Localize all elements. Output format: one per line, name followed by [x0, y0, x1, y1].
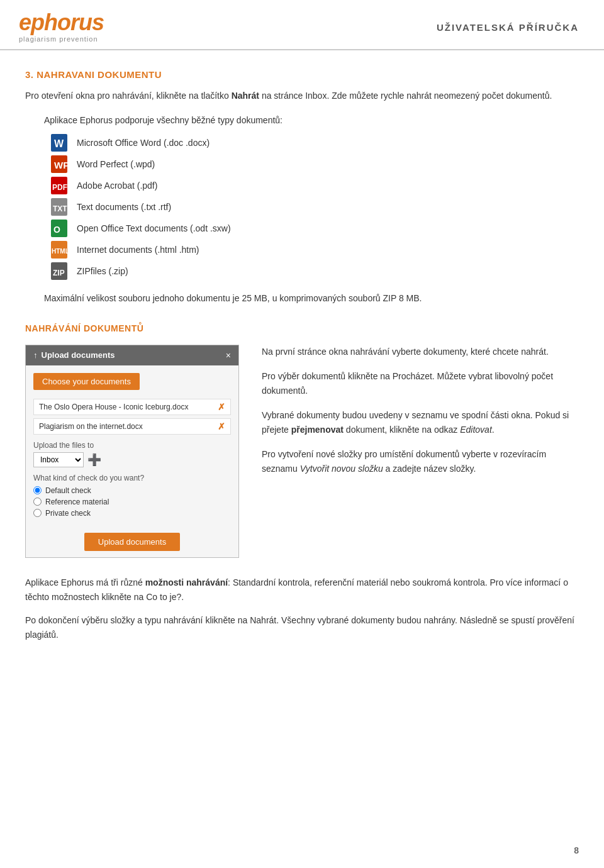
- file-type-zip: ZIP ZIPfiles (.zip): [50, 262, 579, 280]
- radio-private-label: Private check: [45, 509, 91, 518]
- upload-dialog: ↑ Upload documents × Choose your documen…: [25, 345, 239, 558]
- file-name-1: The Oslo Opera House - Iconic Iceburg.do…: [39, 403, 188, 411]
- file-types-section: Aplikace Ephorus podporuje všechny běžné…: [44, 115, 579, 305]
- html-label: Internet documents (.html .htm): [77, 245, 199, 255]
- upload-icon: ↑: [33, 350, 38, 360]
- page-number: 8: [574, 845, 579, 855]
- svg-text:TXT: TXT: [53, 204, 67, 213]
- file-type-word: W Microsoft Office Word (.doc .docx): [50, 134, 579, 152]
- header: ephorus plagiarism prevention UŽIVATELSK…: [0, 0, 604, 50]
- file-name-2: Plagiarism on the internet.docx: [39, 422, 143, 431]
- file-type-pdf: PDF Adobe Acrobat (.pdf): [50, 177, 579, 194]
- add-folder-button[interactable]: ➕: [87, 453, 101, 467]
- upload-to-row: Inbox ➕: [33, 452, 231, 467]
- logo-area: ephorus plagiarism prevention: [19, 11, 104, 43]
- file-type-txt: TXT Text documents (.txt .rtf): [50, 198, 579, 216]
- desc-2: Pro výběr dokumentů klikněte na Procháze…: [262, 369, 579, 398]
- file-remove-1[interactable]: ✗: [218, 402, 225, 412]
- upload-descriptions: Na první stránce okna nahrávání vyberte …: [262, 345, 579, 487]
- radio-private-input[interactable]: [33, 509, 42, 517]
- file-types-label: Aplikace Ephorus podporuje všechny běžné…: [44, 115, 579, 125]
- svg-text:ZIP: ZIP: [53, 269, 65, 277]
- dialog-body: Choose your documents The Oslo Opera Hou…: [26, 365, 238, 528]
- upload-documents-button[interactable]: Upload documents: [84, 533, 180, 551]
- svg-text:W: W: [54, 138, 64, 149]
- bold-upload-options: možnosti nahrávání: [145, 577, 228, 587]
- upload-section-heading: NAHRÁVÁNÍ DOKUMENTŮ: [25, 323, 579, 333]
- desc-3: Vybrané dokumenty budou uvedeny v seznam…: [262, 408, 579, 437]
- dialog-close-button[interactable]: ×: [226, 350, 231, 360]
- radio-reference-label: Reference material: [45, 498, 109, 506]
- file-remove-2[interactable]: ✗: [218, 421, 225, 431]
- html-icon: HTML: [50, 241, 68, 259]
- file-type-odt: O Open Office Text documents (.odt .sxw): [50, 220, 579, 237]
- section-3-heading: 3. NAHRAVANI DOKUMENTU: [25, 69, 579, 80]
- italic-editovat: Editovat: [460, 425, 492, 435]
- wpd-label: Word Perfect (.wpd): [77, 159, 155, 169]
- upload-to-label: Upload the files to: [33, 441, 231, 450]
- logo-brand: ephorus: [19, 9, 104, 35]
- dialog-footer: Upload documents: [26, 528, 238, 557]
- desc-1: Na první stránce okna nahrávání vyberte …: [262, 345, 579, 359]
- word-label: Microsoft Office Word (.doc .docx): [77, 138, 210, 148]
- main-content: 3. NAHRAVANI DOKUMENTU Pro otevření okna…: [0, 50, 604, 670]
- desc-4: Pro vytvoření nové složky pro umístění d…: [262, 447, 579, 476]
- odt-icon: O: [50, 220, 68, 237]
- bottom-para-1: Aplikace Ephorus má tři různé možnosti n…: [25, 576, 579, 604]
- svg-text:HTML: HTML: [52, 248, 67, 255]
- radio-default-input[interactable]: [33, 486, 42, 494]
- pdf-label: Adobe Acrobat (.pdf): [77, 181, 157, 191]
- file-list-item-1: The Oslo Opera House - Iconic Iceburg.do…: [33, 399, 231, 415]
- pdf-icon: PDF: [50, 177, 68, 194]
- file-types-table: W Microsoft Office Word (.doc .docx) WP …: [50, 134, 579, 280]
- zip-label: ZIPfiles (.zip): [77, 266, 128, 276]
- bottom-para-2: Po dokončení výběru složky a typu nahráv…: [25, 613, 579, 642]
- odt-label: Open Office Text documents (.odt .sxw): [77, 223, 231, 233]
- bottom-section: Aplikace Ephorus má tři různé možnosti n…: [25, 576, 579, 642]
- zip-icon: ZIP: [50, 262, 68, 280]
- radio-default-check[interactable]: Default check: [33, 486, 231, 495]
- upload-to-section: Upload the files to Inbox ➕: [33, 441, 231, 467]
- svg-text:PDF: PDF: [52, 183, 67, 192]
- bold-rename: přejmenovat: [291, 425, 344, 435]
- dialog-title: Upload documents: [42, 350, 115, 360]
- logo-text: ephorus: [19, 11, 104, 34]
- dialog-header-title: ↑ Upload documents: [33, 350, 115, 360]
- radio-default-label: Default check: [45, 486, 91, 495]
- radio-reference-input[interactable]: [33, 498, 42, 506]
- txt-label: Text documents (.txt .rtf): [77, 202, 171, 212]
- word-icon: W: [50, 134, 68, 152]
- check-kind-label: What kind of check do you want?: [33, 474, 231, 482]
- txt-icon: TXT: [50, 198, 68, 216]
- choose-documents-button[interactable]: Choose your documents: [33, 373, 140, 390]
- folder-select[interactable]: Inbox: [33, 452, 84, 467]
- radio-reference-material[interactable]: Reference material: [33, 498, 231, 506]
- file-list-item-2: Plagiarism on the internet.docx ✗: [33, 418, 231, 435]
- dialog-header: ↑ Upload documents ×: [26, 345, 238, 365]
- file-type-wpd: WP Word Perfect (.wpd): [50, 155, 579, 173]
- upload-content-area: ↑ Upload documents × Choose your documen…: [25, 345, 579, 558]
- radio-private-check[interactable]: Private check: [33, 509, 231, 518]
- italic-new-folder: Vytvořit novou složku: [300, 464, 383, 474]
- svg-text:WP: WP: [54, 160, 67, 170]
- intro-paragraph-1: Pro otevření okna pro nahrávání, kliknět…: [25, 89, 579, 103]
- svg-text:O: O: [53, 225, 60, 235]
- wpd-icon: WP: [50, 155, 68, 173]
- logo-tagline: plagiarism prevention: [19, 35, 104, 43]
- page-title: UŽIVATELSKÁ PŘÍRUČKA: [437, 22, 579, 33]
- max-size-text: Maximální velikost souboru jednoho dokum…: [44, 291, 579, 305]
- file-type-html: HTML Internet documents (.html .htm): [50, 241, 579, 259]
